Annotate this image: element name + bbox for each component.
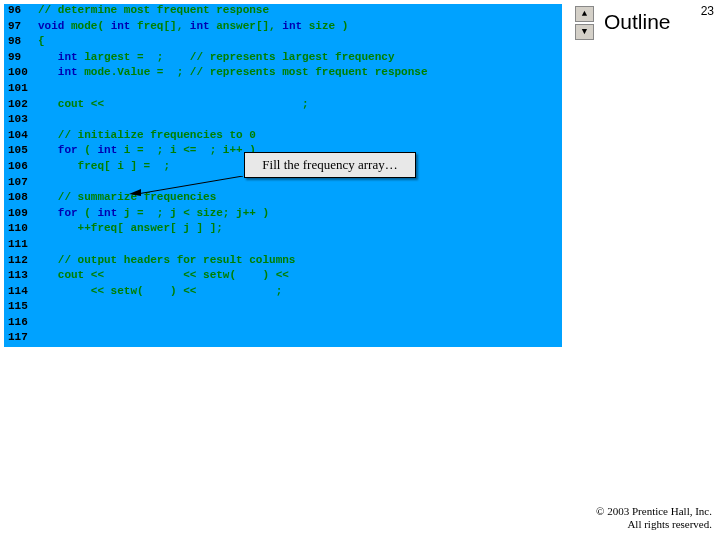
code-line: 115 xyxy=(4,300,562,316)
code-line: 102 cout << ; xyxy=(4,98,562,114)
code-line: 98{ xyxy=(4,35,562,51)
line-number: 111 xyxy=(4,238,38,250)
annotation-text: Fill the frequency array… xyxy=(262,157,397,173)
code-line: 101 xyxy=(4,82,562,98)
line-number: 101 xyxy=(4,82,38,94)
line-number: 108 xyxy=(4,191,38,203)
line-number: 102 xyxy=(4,98,38,110)
code-line: 100 int mode.Value = ; // represents mos… xyxy=(4,66,562,82)
line-number: 112 xyxy=(4,254,38,266)
annotation-box: Fill the frequency array… xyxy=(244,152,416,178)
code-line: 113 cout << << setw( ) << xyxy=(4,269,562,285)
line-number: 116 xyxy=(4,316,38,328)
code-text: void mode( int freq[], int answer[], int… xyxy=(38,20,348,32)
code-text: int mode.Value = ; // represents most fr… xyxy=(38,66,427,78)
code-text: cout << ; xyxy=(38,98,309,110)
code-line: 117 xyxy=(4,331,562,347)
copyright-line2: All rights reserved. xyxy=(596,518,712,532)
code-line: 103 xyxy=(4,113,562,129)
code-line: 110 ++freq[ answer[ j ] ]; xyxy=(4,222,562,238)
line-number: 109 xyxy=(4,207,38,219)
code-text: { xyxy=(38,35,45,47)
outline-up-button[interactable]: ▲ xyxy=(575,6,594,22)
line-number: 115 xyxy=(4,300,38,312)
code-text: for ( int j = ; j < size; j++ ) xyxy=(38,207,269,219)
line-number: 99 xyxy=(4,51,38,63)
right-column: ▲ ▼ Outline 23 xyxy=(566,0,720,540)
line-number: 104 xyxy=(4,129,38,141)
line-number: 106 xyxy=(4,160,38,172)
code-text: // summarize frequencies xyxy=(38,191,216,203)
code-text: // initialize frequencies to 0 xyxy=(38,129,256,141)
slide-number: 23 xyxy=(701,4,714,18)
code-line: 114 << setw( ) << ; xyxy=(4,285,562,301)
outline-down-button[interactable]: ▼ xyxy=(575,24,594,40)
code-text: // determine most frequent response xyxy=(38,4,269,16)
code-line: 104 // initialize frequencies to 0 xyxy=(4,129,562,145)
line-number: 98 xyxy=(4,35,38,47)
line-number: 100 xyxy=(4,66,38,78)
code-text: // output headers for result columns xyxy=(38,254,295,266)
code-line: 99 int largest = ; // represents largest… xyxy=(4,51,562,67)
outline-title: Outline xyxy=(604,10,671,34)
code-line: 111 xyxy=(4,238,562,254)
code-line: 109 for ( int j = ; j < size; j++ ) xyxy=(4,207,562,223)
line-number: 107 xyxy=(4,176,38,188)
code-line: 112 // output headers for result columns xyxy=(4,254,562,270)
line-number: 97 xyxy=(4,20,38,32)
code-text: << setw( ) << ; xyxy=(38,285,282,297)
line-number: 117 xyxy=(4,331,38,343)
line-number: 103 xyxy=(4,113,38,125)
line-number: 113 xyxy=(4,269,38,281)
line-number: 96 xyxy=(4,4,38,16)
code-text: ++freq[ answer[ j ] ]; xyxy=(38,222,223,234)
code-text: int largest = ; // represents largest fr… xyxy=(38,51,394,63)
line-number: 105 xyxy=(4,144,38,156)
code-line: 116 xyxy=(4,316,562,332)
code-line: 96// determine most frequent response xyxy=(4,4,562,20)
code-line: 97void mode( int freq[], int answer[], i… xyxy=(4,20,562,36)
code-line: 108 // summarize frequencies xyxy=(4,191,562,207)
copyright: © 2003 Prentice Hall, Inc. All rights re… xyxy=(596,505,712,533)
code-text: cout << << setw( ) << xyxy=(38,269,289,281)
copyright-line1: © 2003 Prentice Hall, Inc. xyxy=(596,505,712,519)
line-number: 110 xyxy=(4,222,38,234)
code-text: for ( int i = ; i <= ; i++ ) xyxy=(38,144,256,156)
line-number: 114 xyxy=(4,285,38,297)
outline-nav-buttons: ▲ ▼ xyxy=(575,6,594,40)
code-text: freq[ i ] = ; xyxy=(38,160,170,172)
